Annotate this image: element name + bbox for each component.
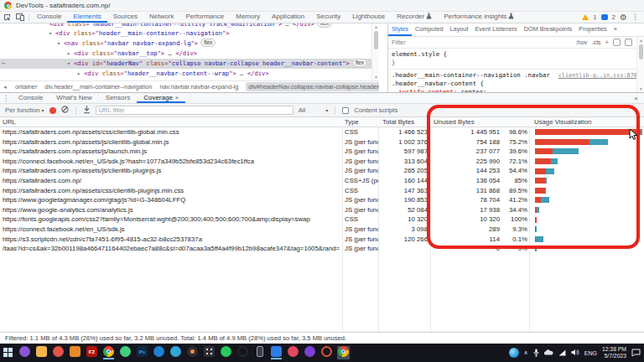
edge-icon[interactable] [509, 348, 519, 358]
tab-elements[interactable]: Elements [67, 12, 106, 23]
dom-tree-line[interactable]: ▾<nav class="navbar navbar-expand-lg">fl… [0, 39, 379, 49]
taskbar-app-app-green[interactable] [119, 346, 132, 359]
column-header-type[interactable]: Type [345, 118, 359, 126]
new-rule-button[interactable]: + [605, 39, 609, 46]
taskbar-app-app-dark-dot[interactable] [186, 346, 199, 359]
coverage-row[interactable]: https://connect.facebook.net/en_US/sdk.j… [0, 225, 644, 235]
twisty-collapsed-icon[interactable]: ▸ [67, 49, 74, 59]
coverage-row[interactable]: https://connect.facebook.net/en_US/sdk.j… [0, 157, 644, 167]
language-indicator[interactable]: ENG [584, 350, 597, 356]
styles-tab-properties[interactable]: Properties [575, 23, 610, 36]
rule-selector-1[interactable]: .header__main-container--navigation .nav… [392, 71, 550, 80]
taskbar-app-chrome[interactable] [102, 346, 115, 359]
clock[interactable]: 12:38 PM 5/7/2023 [602, 346, 626, 359]
taskbar-app-app-coral[interactable] [52, 346, 65, 359]
network-icon[interactable] [558, 349, 566, 357]
taskbar-app-app-grid-dots[interactable] [203, 346, 216, 359]
styles-scrollbar[interactable]: ▲ ▼ [636, 37, 644, 92]
coverage-row[interactable]: https://s3.scriptcdn.net/cdn/c7fa7451-6f… [0, 235, 644, 245]
computed-sidebar-icon[interactable] [625, 39, 632, 46]
taskbar-app-filezilla[interactable]: FZ [86, 346, 98, 359]
breadcrumb-item[interactable]: nav.navbar.navbar-expand-lg [159, 83, 238, 90]
taskbar-app-ms-blue-tiles[interactable] [270, 346, 283, 359]
coverage-row[interactable]: https://www.googletagmanager.com/gtag/js… [0, 195, 644, 205]
record-coverage-button[interactable] [49, 107, 56, 114]
styles-tab-computed[interactable]: Computed [412, 23, 447, 36]
dom-tree-line[interactable]: ▸<div class="navbar__top"> … </div> [0, 49, 379, 59]
breadcrumb-item[interactable]: div.header__main-container--navigation [44, 83, 152, 90]
tab-performance[interactable]: Performance [179, 12, 230, 23]
taskbar-app-app-purple[interactable] [18, 346, 31, 359]
styles-tab-[interactable]: » [610, 23, 621, 36]
element-style-rule[interactable]: element.style { [392, 50, 641, 59]
toggle-hov[interactable]: :hov [575, 39, 587, 46]
column-header-url[interactable]: URL [3, 118, 16, 126]
taskbar-app-app-skyblue[interactable] [169, 346, 182, 359]
more-options-icon[interactable]: ⋮ [631, 13, 639, 21]
dom-tree-line[interactable]: ⋯▾<div id="headerNav" class="collapse na… [0, 59, 379, 69]
styles-tab-styles[interactable]: Styles [388, 23, 412, 36]
coverage-row[interactable]: https://safaltraders.com.np/assets/js/cl… [0, 166, 644, 176]
drawer-menu-icon[interactable]: ⋮ [0, 93, 12, 103]
coverage-row[interactable]: https://safaltraders.com.np/assets/css/c… [0, 127, 644, 137]
drawer-tab-coverage[interactable]: Coverage× [137, 93, 185, 103]
taskbar-app-whatsapp[interactable] [220, 346, 232, 359]
device-toolbar-icon[interactable] [13, 12, 27, 23]
elements-scrollbar[interactable]: ▲ ▼ [371, 23, 379, 80]
toggle-cls[interactable]: .cls [591, 39, 600, 46]
coverage-row[interactable]: https://fonts.googleapis.com/css2?family… [0, 215, 644, 225]
twisty-expanded-icon[interactable]: ▾ [57, 39, 64, 49]
action-center-icon[interactable] [631, 349, 641, 358]
url-filter-input[interactable] [96, 106, 293, 115]
taskbar-app-app-rose[interactable] [287, 346, 299, 359]
taskbar-app-app-red-ring[interactable] [320, 346, 333, 359]
styles-filter-input[interactable]: Filter [392, 39, 406, 46]
twisty-expanded-icon[interactable]: ▾ [67, 59, 74, 69]
close-drawer-icon[interactable]: × [628, 93, 644, 103]
taskbar-app-chrome-devtools[interactable] [337, 346, 350, 359]
drawer-tab-sensors[interactable]: Sensors [99, 93, 137, 103]
taskbar-app-app-blue[interactable] [153, 346, 165, 359]
type-filter-select[interactable]: All▾ [299, 106, 329, 114]
overflow-menu-dots[interactable]: ⋯ [2, 59, 5, 68]
coverage-row[interactable]: https://safaltraders.com.np/assets/css/c… [0, 186, 644, 196]
export-coverage-icon[interactable] [83, 106, 91, 116]
taskbar-app-app-dark-ring[interactable] [236, 346, 249, 359]
column-header-unused-bytes[interactable]: Unused Bytes [434, 118, 475, 126]
settings-gear-icon[interactable]: ⚙ [620, 13, 627, 22]
tab-application[interactable]: Application [266, 12, 310, 23]
tab-security[interactable]: Security [310, 12, 346, 23]
inspect-element-icon[interactable] [0, 12, 13, 23]
coverage-row[interactable]: https://safaltraders.com.np/CSS+JS (per … [0, 176, 644, 186]
microphone-icon[interactable] [533, 349, 539, 358]
drawer-tab-what-s-new[interactable]: What's New [49, 93, 98, 103]
coverage-row[interactable]: /taas?id=cs&ak=32b001198a466471164402eba… [0, 244, 644, 254]
styles-tab-event-listeners[interactable]: Event Listeners [471, 23, 520, 36]
drawer-tab-console[interactable]: Console [12, 93, 49, 103]
breadcrumb-item[interactable]: ontainer [15, 83, 37, 90]
styles-tab-layout[interactable]: Layout [447, 23, 472, 36]
tab-performance-insights[interactable]: Performance insights [438, 12, 520, 23]
issues-icon[interactable] [601, 14, 608, 20]
volume-icon[interactable] [571, 349, 579, 357]
onedrive-icon[interactable] [544, 349, 553, 356]
per-function-select[interactable]: Per function▾ [5, 106, 44, 114]
twisty-collapsed-icon[interactable]: ▸ [77, 70, 84, 79]
tab-sources[interactable]: Sources [107, 12, 143, 23]
tab-lighthouse[interactable]: Lighthouse [346, 12, 391, 23]
content-scripts-checkbox[interactable] [342, 107, 349, 114]
tab-recorder[interactable]: Recorder [391, 12, 438, 23]
twisty-expanded-icon[interactable]: ▾ [49, 29, 55, 39]
breadcrumb-item[interactable]: div#headerNav.collapse.navbar-collapse.h… [246, 82, 379, 91]
taskbar-app-photoshop[interactable]: Ps [136, 346, 148, 359]
tab-network[interactable]: Network [143, 12, 179, 23]
column-header-usage-visualization[interactable]: Usage Visualization [534, 118, 591, 126]
dom-tree-line[interactable]: ▸<div class="header__navbar-content--wra… [0, 69, 379, 79]
coverage-row[interactable]: https://www.google-analytics.com/analyti… [0, 205, 644, 215]
dom-tree-line[interactable]: ▾<div class="header__main-container--nav… [0, 28, 379, 39]
taskbar-app-app-orange[interactable] [69, 346, 81, 359]
start-button[interactable] [3, 348, 13, 358]
clear-coverage-icon[interactable] [61, 106, 69, 115]
css-source-link[interactable]: clientlib-g..in.css:8704 [558, 71, 641, 80]
tray-expand-icon[interactable]: ∧ [524, 349, 528, 356]
